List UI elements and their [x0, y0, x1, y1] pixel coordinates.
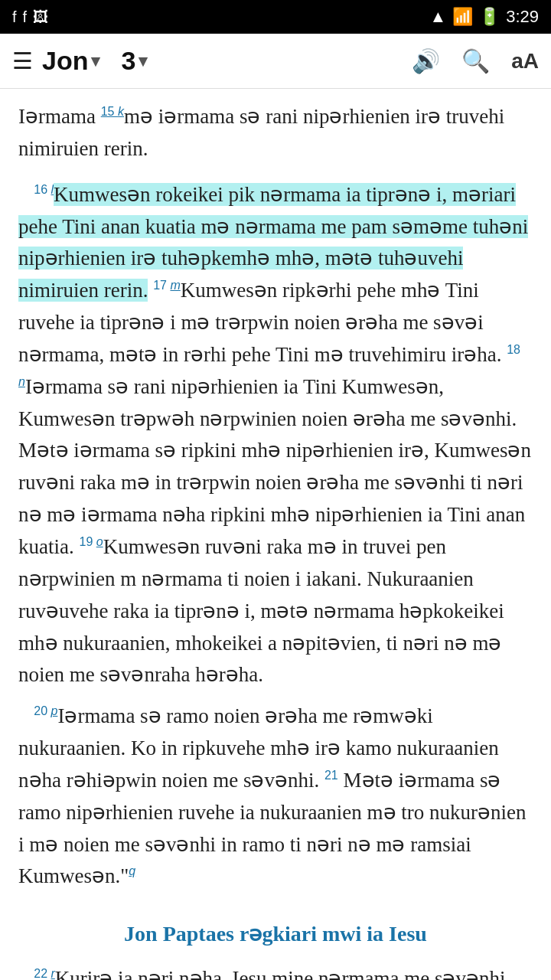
facebook-icon-2: f [23, 8, 28, 26]
app-bar: ☰ Jon ▾ 3 ▾ 🔊 🔍 aA [0, 34, 551, 89]
verse-15: Iərmama 15 kmə iərmama sə rani nipərhien… [18, 101, 533, 165]
section-heading: Jon Paptaes rəgkiari mwi ia Iesu [18, 917, 533, 950]
verse-19-num[interactable]: 19 o [79, 535, 103, 548]
volume-button[interactable]: 🔊 [412, 47, 440, 74]
status-right-icons: ▲ 📶 🔋 3:29 [429, 7, 539, 27]
verse-16: 16 lKumwesən rokeikei pik nərmama ia tip… [18, 179, 533, 692]
verse-20: 20 pIərmama sə ramo noien ərəha me rəmwə… [18, 701, 533, 893]
signal-icon: 📶 [452, 7, 473, 27]
verse-15-text-start: Iərmama [18, 105, 101, 128]
verse-20-num[interactable]: 20 p [34, 704, 57, 717]
battery-icon: 🔋 [479, 7, 500, 27]
facebook-icon-1: f [12, 8, 17, 26]
verse-22: 22 rKurirə ia nəri nəha, Iesu mine nərma… [18, 963, 533, 980]
verse-21-num[interactable]: 21 [324, 769, 338, 782]
app-bar-right: 🔊 🔍 aA [412, 47, 539, 74]
bible-content: Iərmama 15 kmə iərmama sə rani nipərhien… [0, 89, 551, 980]
verse-21-fn[interactable]: q [129, 864, 135, 877]
verse-18-text: Iərmama sə rani nipərhienien ia Tini Kum… [18, 375, 531, 558]
verse-22-num[interactable]: 22 r [34, 967, 55, 980]
chapter-selector[interactable]: 3 ▾ [121, 46, 147, 76]
chapter-dropdown-arrow: ▾ [139, 51, 147, 71]
verse-15-num[interactable]: 15 k [101, 105, 124, 118]
status-left-icons: f f 🖼 [12, 8, 48, 26]
app-bar-left: ☰ Jon ▾ 3 ▾ [12, 46, 147, 76]
wifi-icon: ▲ [429, 7, 446, 27]
search-button[interactable]: 🔍 [461, 47, 490, 74]
status-bar: f f 🖼 ▲ 📶 🔋 3:29 [0, 0, 551, 34]
time-display: 3:29 [506, 7, 539, 27]
verse-17-num[interactable]: 17 m [153, 279, 181, 292]
book-dropdown-arrow: ▾ [91, 51, 99, 71]
book-title: Jon [42, 46, 88, 76]
chapter-number: 3 [121, 46, 135, 76]
font-size-button[interactable]: aA [511, 49, 539, 74]
book-selector[interactable]: Jon ▾ [42, 46, 99, 76]
menu-button[interactable]: ☰ [12, 47, 33, 74]
image-icon: 🖼 [33, 8, 48, 26]
verse-19-text: Kumwesən ruvəni raka mə in truvei pen nə… [18, 535, 504, 686]
verse-16-num[interactable]: 16 l [34, 183, 54, 196]
verse-22-text: Kurirə ia nəri nəha, Iesu mine nərmama m… [18, 967, 514, 980]
